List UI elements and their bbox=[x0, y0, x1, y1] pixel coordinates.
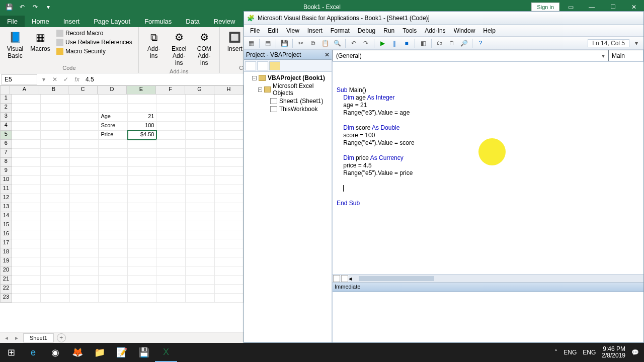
tab-home[interactable]: Home bbox=[25, 16, 56, 27]
cell-F5[interactable] bbox=[156, 131, 186, 140]
vbe-menu-tools[interactable]: Tools bbox=[398, 26, 421, 35]
cell-B20[interactable] bbox=[41, 266, 70, 276]
cell-F6[interactable] bbox=[156, 140, 186, 149]
sign-in-button[interactable]: Sign in bbox=[531, 3, 559, 12]
cell-A8[interactable] bbox=[12, 158, 41, 167]
cell-E16[interactable] bbox=[128, 230, 157, 239]
cell-H5[interactable] bbox=[215, 131, 244, 140]
cell-D19[interactable] bbox=[99, 257, 128, 266]
name-box-dropdown-icon[interactable]: ▾ bbox=[38, 76, 49, 83]
cell-A7[interactable] bbox=[12, 149, 41, 158]
code-line[interactable]: Range("e5").Value = price bbox=[337, 169, 639, 177]
cell-H7[interactable] bbox=[215, 149, 244, 158]
name-box[interactable]: E5 bbox=[1, 74, 37, 84]
cell-C23[interactable] bbox=[70, 294, 99, 303]
cell-G11[interactable] bbox=[186, 185, 215, 194]
cell-G21[interactable] bbox=[186, 276, 215, 285]
save-app-icon[interactable]: 💾 bbox=[133, 343, 155, 362]
find-icon[interactable]: 🔍 bbox=[332, 38, 342, 48]
cell-D8[interactable] bbox=[99, 158, 128, 167]
cell-F10[interactable] bbox=[156, 176, 186, 185]
use-relative-refs-button[interactable]: Use Relative References bbox=[54, 38, 134, 46]
vbe-menu-help[interactable]: Help bbox=[479, 26, 500, 35]
cell-G13[interactable] bbox=[186, 203, 215, 212]
row-header[interactable]: 22 bbox=[0, 285, 12, 294]
cell-E12[interactable] bbox=[128, 194, 157, 203]
cell-A4[interactable] bbox=[12, 122, 41, 131]
col-header-C[interactable]: C bbox=[68, 85, 98, 95]
design-mode-icon[interactable]: ◧ bbox=[418, 38, 428, 48]
cell-C9[interactable] bbox=[70, 167, 99, 176]
cell-D9[interactable] bbox=[99, 167, 128, 176]
full-module-icon[interactable] bbox=[333, 275, 340, 282]
cell-B23[interactable] bbox=[41, 294, 70, 303]
tree-item-thisworkbook[interactable]: ThisWorkbook bbox=[246, 105, 330, 113]
cell-H19[interactable] bbox=[215, 257, 244, 266]
cell-F12[interactable] bbox=[156, 194, 186, 203]
cell-F16[interactable] bbox=[156, 230, 186, 239]
insert-control-button[interactable]: 🔲Insert bbox=[224, 29, 246, 53]
cell-H16[interactable] bbox=[215, 230, 244, 239]
row-header[interactable]: 6 bbox=[0, 140, 12, 149]
cell-H1[interactable] bbox=[215, 95, 244, 104]
cell-D3[interactable]: Age bbox=[99, 113, 128, 122]
cell-D1[interactable] bbox=[99, 95, 128, 104]
cancel-icon[interactable]: ✕ bbox=[49, 76, 60, 83]
cell-C19[interactable] bbox=[70, 257, 99, 266]
cell-H21[interactable] bbox=[215, 276, 244, 285]
cell-G8[interactable] bbox=[186, 158, 215, 167]
col-header-B[interactable]: B bbox=[39, 85, 68, 95]
cell-B4[interactable] bbox=[41, 122, 70, 131]
cell-B22[interactable] bbox=[41, 285, 70, 294]
row-header[interactable]: 17 bbox=[0, 239, 12, 248]
cell-A21[interactable] bbox=[12, 276, 41, 285]
cell-A14[interactable] bbox=[12, 212, 41, 221]
cell-G23[interactable] bbox=[186, 294, 215, 303]
cell-B11[interactable] bbox=[41, 185, 70, 194]
row-header[interactable]: 8 bbox=[0, 158, 12, 167]
row-header[interactable]: 16 bbox=[0, 230, 12, 239]
macro-security-button[interactable]: Macro Security bbox=[54, 47, 134, 55]
cell-H8[interactable] bbox=[215, 158, 244, 167]
cell-E2[interactable] bbox=[128, 104, 157, 113]
explorer-icon[interactable]: 📁 bbox=[89, 343, 111, 362]
col-header-F[interactable]: F bbox=[156, 85, 185, 95]
cell-D6[interactable] bbox=[99, 140, 128, 149]
cell-H20[interactable] bbox=[215, 266, 244, 276]
tray-chevron-icon[interactable]: ˄ bbox=[554, 349, 557, 356]
row-header[interactable]: 11 bbox=[0, 185, 12, 194]
edge-icon[interactable]: e bbox=[22, 343, 44, 362]
cell-D7[interactable] bbox=[99, 149, 128, 158]
cell-C5[interactable] bbox=[70, 131, 99, 140]
cell-G19[interactable] bbox=[186, 257, 215, 266]
code-line[interactable] bbox=[337, 147, 639, 154]
scroll-thumb[interactable] bbox=[359, 276, 434, 281]
qat-customize-icon[interactable]: ▾ bbox=[43, 2, 53, 12]
cell-D11[interactable] bbox=[99, 185, 128, 194]
project-tree[interactable]: −VBAProject (Book1) −Microsoft Excel Obj… bbox=[244, 72, 332, 115]
code-line[interactable]: Dim score As Double bbox=[337, 124, 639, 132]
vbe-titlebar[interactable]: 🧩 Microsoft Visual Basic for Application… bbox=[244, 12, 643, 25]
scroll-left-icon[interactable]: ◂ bbox=[349, 275, 352, 282]
cell-B21[interactable] bbox=[41, 276, 70, 285]
cell-E10[interactable] bbox=[128, 176, 157, 185]
cell-D2[interactable] bbox=[99, 104, 128, 113]
cell-B17[interactable] bbox=[41, 239, 70, 248]
cell-F20[interactable] bbox=[156, 266, 186, 276]
row-header[interactable]: 9 bbox=[0, 167, 12, 176]
code-line[interactable]: price = 4.5 bbox=[337, 162, 639, 169]
reset-icon[interactable]: ■ bbox=[401, 38, 412, 48]
sheet-nav-prev-icon[interactable]: ◂ bbox=[3, 334, 10, 341]
cell-G22[interactable] bbox=[186, 285, 215, 294]
cell-F18[interactable] bbox=[156, 248, 186, 257]
code-line[interactable]: Dim age As Integer bbox=[337, 94, 639, 102]
cell-G3[interactable] bbox=[186, 113, 215, 122]
row-header[interactable]: 7 bbox=[0, 149, 12, 158]
row-header[interactable]: 1 bbox=[0, 95, 12, 104]
cell-F2[interactable] bbox=[156, 104, 186, 113]
cell-E23[interactable] bbox=[128, 294, 157, 303]
code-line[interactable]: Range("e3").Value = age bbox=[337, 109, 639, 117]
worksheet[interactable]: ABCDEFGH 123Age214Score1005Price$4.50678… bbox=[0, 85, 244, 334]
redo-icon[interactable]: ↷ bbox=[361, 38, 371, 48]
cell-B12[interactable] bbox=[41, 194, 70, 203]
